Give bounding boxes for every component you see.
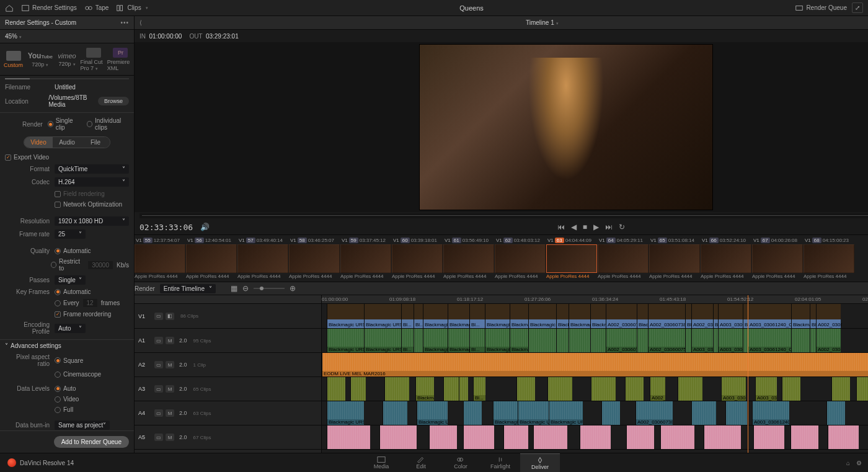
clips-strip[interactable]: V15512:37:54:07Apple ProRes 4444V15612:4… — [135, 234, 868, 282]
network-opt-check[interactable] — [55, 202, 61, 208]
keyframes-auto-radio[interactable] — [55, 289, 61, 295]
go-last-button[interactable]: ⏭ — [605, 223, 613, 231]
timeline-clip[interactable]: A003_03061240_C004 — [748, 329, 791, 352]
format-dropdown[interactable]: QuickTime˅ — [55, 164, 129, 174]
timeline-clip[interactable]: A002_03060075... — [650, 377, 665, 401]
passes-dropdown[interactable]: Single˅ — [55, 275, 86, 285]
timeline-clip[interactable]: Blackmagic URSA... — [518, 401, 549, 425]
render-queue-button[interactable]: Render Queue — [795, 4, 847, 12]
viewer-scrubber[interactable] — [140, 213, 868, 218]
clip-thumb[interactable]: V16603:52:24:10Apple ProRes 4444 — [701, 236, 751, 280]
page-deliver[interactable]: Deliver — [520, 453, 560, 473]
timeline-clip[interactable]: Blackmagic URSA... — [810, 304, 816, 328]
timeline-clip[interactable]: Blackmagic URSA... — [364, 329, 401, 352]
preset-premiere[interactable]: PrPremiere XML — [107, 43, 134, 75]
timeline-clip[interactable]: Blackmagic URSA... — [485, 304, 510, 328]
zoom-in-icon[interactable]: ⊕ — [290, 284, 296, 293]
timeline-clip[interactable] — [601, 401, 620, 425]
timeline-clip[interactable] — [459, 377, 468, 401]
timeline-clip[interactable]: Blackmagic URSA... — [415, 377, 434, 401]
timeline-clip[interactable]: Blackmagic URSA... — [417, 401, 448, 425]
clip-thumb[interactable]: V15612:40:54:01Apple ProRes 4444 — [186, 236, 237, 280]
timeline-clip[interactable] — [725, 401, 747, 425]
timeline-clip[interactable]: A002_0306... — [816, 329, 841, 352]
single-clip-radio[interactable] — [48, 121, 53, 127]
timeline-clip[interactable] — [791, 329, 810, 352]
timeline-clip[interactable]: Blackmagic URSA... — [528, 304, 556, 328]
clips-button[interactable]: Clips — [116, 4, 148, 12]
timeline-clip[interactable] — [463, 425, 494, 449]
render-scope-dropdown[interactable]: Entire Timeline˅ — [160, 284, 216, 293]
timeline-clip[interactable] — [691, 401, 716, 425]
clip-thumb[interactable]: V16103:56:49:10Apple ProRes 4444 — [443, 236, 494, 280]
timeline-clip[interactable]: Blackmagic URSA... — [448, 329, 469, 352]
timeline-clip[interactable] — [704, 425, 741, 449]
timeline-clip[interactable] — [790, 425, 818, 449]
data-burn-dropdown[interactable]: Same as project˅ — [55, 421, 110, 430]
home-icon[interactable] — [5, 4, 14, 12]
timeline-clip[interactable] — [327, 425, 370, 449]
track-header-a2[interactable]: A2▭M2.0 1 Clip — [135, 353, 321, 377]
zoom-dropdown[interactable]: 45% — [5, 33, 22, 40]
timeline-clip[interactable] — [327, 377, 345, 401]
clip-thumb[interactable]: V15803:46:25:07Apple ProRes 4444 — [289, 236, 340, 280]
timeline-clip[interactable] — [533, 425, 567, 449]
timeline-clip[interactable]: Bl... — [401, 329, 414, 352]
frame-reorder-check[interactable] — [55, 311, 61, 318]
timeline-clip[interactable] — [660, 425, 694, 449]
timeline-clip[interactable] — [591, 377, 616, 401]
timeline-clip[interactable] — [580, 425, 611, 449]
track-header-a1[interactable]: A1▭M2.0 95 Clips — [135, 329, 321, 353]
timeline-clip[interactable]: Blackmagic URSA... — [448, 304, 469, 328]
clip-thumb[interactable]: V15903:37:45:12Apple ProRes 4444 — [340, 236, 391, 280]
timeline-clip[interactable]: Blackmagic URSA... — [485, 329, 510, 352]
tab-file[interactable]: File — [81, 137, 110, 148]
clip-thumb[interactable]: V16203:48:03:12Apple ProRes 4444 — [495, 236, 546, 280]
preset-fcp[interactable]: Final Cut Pro 7 — [81, 43, 107, 75]
expand-icon[interactable]: ⤢ — [852, 2, 863, 13]
loop-button[interactable]: ↻ — [619, 223, 625, 231]
preset-youtube[interactable]: YouTube720p — [27, 43, 53, 75]
timeline-clip[interactable]: Blackmagic URSA... — [423, 329, 448, 352]
timeline-clip[interactable] — [463, 401, 482, 425]
timeline-clip[interactable]: A003_0306... — [718, 329, 743, 352]
timeline-clip[interactable] — [828, 425, 859, 449]
clip-thumb[interactable]: V16404:05:29:11Apple ProRes 4444 — [598, 236, 649, 280]
clip-thumb[interactable]: V16304:04:44:09Apple ProRes 4444 — [546, 236, 597, 280]
timeline-clip[interactable]: A003_0306... — [691, 329, 713, 352]
timeline-clip[interactable]: A002_03060075... — [648, 329, 685, 352]
preset-vimeo[interactable]: vimeo720p — [53, 43, 80, 75]
timeline-clip[interactable] — [384, 377, 409, 401]
resolution-dropdown[interactable]: 1920 x 1080 HD˅ — [55, 216, 129, 226]
timeline-clip[interactable]: Bl... — [469, 329, 485, 352]
timeline-clip[interactable]: Blackmagic URSA... — [549, 401, 583, 425]
timeline-clip[interactable]: Blackmagic URSA... — [510, 329, 528, 352]
preset-custom[interactable]: Custom — [0, 43, 27, 75]
tab-audio[interactable]: Audio — [53, 137, 81, 148]
timeline-clip[interactable] — [826, 401, 845, 425]
timeline-clip[interactable]: A003_0306... — [721, 377, 746, 401]
track-header-a4[interactable]: A4▭M2.0 63 Clips — [135, 401, 321, 425]
track-header-a3[interactable]: A3▭M2.0 65 Clips — [135, 377, 321, 401]
par-cinema-radio[interactable] — [55, 372, 61, 378]
timeline-clip[interactable]: A002_03060738... — [606, 304, 637, 328]
zoom-slider[interactable] — [254, 288, 285, 289]
timeline-clip[interactable] — [626, 425, 654, 449]
timeline-clip[interactable]: Blackmagic URSA... — [493, 401, 518, 425]
browse-button[interactable]: Browse — [98, 97, 129, 105]
timeline-clip[interactable]: A002_03060738... — [606, 329, 637, 352]
timeline-dropdown[interactable]: Timeline 1 — [142, 19, 868, 26]
settings-icon[interactable]: ⚙ — [856, 460, 862, 466]
timeline-clip[interactable] — [810, 329, 816, 352]
timeline-clip[interactable] — [678, 377, 702, 401]
timeline-clip[interactable] — [569, 329, 590, 352]
play-reverse-button[interactable]: ◀ — [571, 223, 577, 231]
timeline-clip[interactable] — [685, 329, 691, 352]
timeline-clip[interactable]: A003_03061240_C004 — [748, 304, 791, 328]
timeline-view-icon[interactable]: ▦ — [231, 284, 237, 293]
timeline-clip[interactable] — [443, 377, 459, 401]
timeline-clip[interactable] — [856, 377, 868, 401]
clip-thumb[interactable]: V16704:00:26:08Apple ProRes 4444 — [752, 236, 803, 280]
timeline-clip[interactable]: Blackmagic URSA... — [327, 329, 364, 352]
clip-thumb[interactable]: V16003:39:18:01Apple ProRes 4444 — [392, 236, 443, 280]
